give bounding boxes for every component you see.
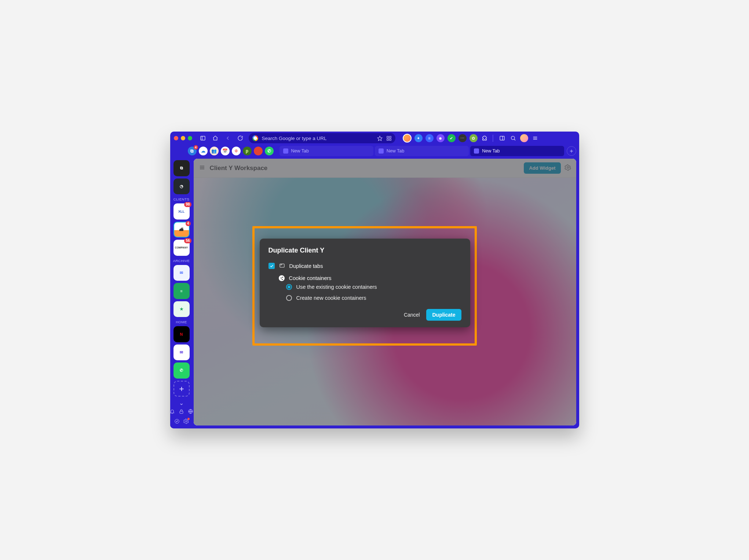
close-window-button[interactable] (174, 136, 178, 140)
modal-title: Duplicate Client Y (268, 247, 461, 254)
duplicate-modal: Duplicate Client Y Duplicate tabs Cookie… (260, 239, 470, 327)
sidebar-home-whatsapp[interactable]: ✆ (173, 362, 190, 379)
pinned-app-people[interactable]: 👥 (210, 147, 219, 155)
tabs-icon (279, 262, 285, 269)
duplicate-tabs-label: Duplicate tabs (289, 263, 323, 269)
radio-group: Use the existing cookie containers Creat… (286, 284, 461, 301)
compass-icon[interactable] (174, 419, 180, 425)
titlebar: Search Google or type a URL ✦ ≡ ☻ ✔ ⋯ ✿ … (170, 132, 579, 145)
sidebar-client-1[interactable]: XLL98 (173, 203, 190, 220)
globe-icon[interactable] (188, 409, 193, 416)
cookie-containers-label: Cookie containers (289, 275, 332, 281)
google-icon (252, 135, 258, 141)
sidebar-home-mail[interactable]: ✉ (173, 345, 190, 361)
svg-rect-23 (280, 264, 284, 267)
extensions-row: ✦ ≡ ☻ ✔ ⋯ ✿ │ (403, 134, 539, 143)
reload-icon[interactable] (236, 134, 244, 142)
tab-label: New Tab (291, 148, 309, 154)
chevron-down-icon[interactable]: ⌄ (179, 399, 184, 406)
ext-5[interactable]: ⋯ (458, 134, 467, 142)
badge: 4 (194, 145, 198, 150)
sidebar-client-2[interactable]: 🏙4 (173, 222, 190, 238)
sidebar-archive-star[interactable]: ★ (173, 301, 190, 317)
radio-use-existing[interactable]: Use the existing cookie containers (286, 284, 461, 290)
svg-rect-5 (387, 139, 388, 140)
search-icon[interactable] (509, 134, 517, 142)
sidebar-archive-feedly[interactable]: ≡ (173, 283, 190, 299)
star-icon[interactable] (377, 136, 383, 141)
sidebar-add-workspace[interactable]: ＋ (173, 381, 190, 397)
radio-checked-icon (286, 284, 292, 290)
sidebar-toggle-icon[interactable] (199, 134, 207, 142)
sidebar-client-3[interactable]: COMPANY56 (173, 240, 190, 256)
sidebar-archive-messenger[interactable]: ✉ (173, 265, 190, 281)
favicon (379, 148, 384, 154)
sidebar-section-clients: CLIENTS (173, 197, 190, 201)
ext-4[interactable]: ✔ (447, 134, 456, 142)
svg-rect-3 (387, 136, 388, 137)
ext-avatar[interactable] (403, 134, 412, 143)
settings-icon[interactable] (183, 419, 189, 425)
address-bar[interactable]: Search Google or type a URL (249, 133, 395, 143)
tab-label: New Tab (482, 148, 500, 154)
duplicate-button[interactable]: Duplicate (426, 309, 461, 321)
body: ⧉ ◔ CLIENTS XLL98 🏙4 COMPANY56 ARCHIVE ✉… (170, 159, 579, 428)
pinned-app-whatsapp[interactable]: ✆ (265, 147, 274, 155)
favicon (474, 148, 479, 154)
svg-rect-6 (389, 139, 391, 140)
radio-create-new[interactable]: Create new cookie containers (286, 295, 461, 301)
ext-2[interactable]: ≡ (425, 134, 434, 142)
bell-icon[interactable] (170, 409, 175, 416)
left-sidebar: ⧉ ◔ CLIENTS XLL98 🏙4 COMPANY56 ARCHIVE ✉… (170, 159, 193, 428)
tab-3[interactable]: New Tab (470, 146, 564, 156)
pinned-app-calendar[interactable]: 📅 (221, 147, 230, 155)
tab-1[interactable]: New Tab (279, 146, 373, 156)
menu-icon[interactable] (531, 134, 539, 142)
svg-rect-14 (180, 411, 183, 413)
new-tab-button[interactable]: ＋ (567, 146, 576, 156)
tabbar: ⧉4 ☁ 👥 📅 ⁜ p ✆ New Tab New Tab New Tab ＋ (170, 145, 579, 159)
pinned-app-vscode[interactable]: ⧉4 (188, 147, 197, 155)
svg-rect-0 (201, 136, 205, 140)
browser-window: Search Google or type a URL ✦ ≡ ☻ ✔ ⋯ ✿ … (170, 132, 579, 428)
minimize-window-button[interactable] (181, 136, 185, 140)
pinned-app-p[interactable]: p (243, 147, 252, 155)
pinned-app-todoist[interactable] (254, 147, 263, 155)
home-icon[interactable] (211, 134, 219, 142)
checkbox-checked-icon[interactable] (268, 263, 275, 269)
pinned-app-cloud[interactable]: ☁ (199, 147, 208, 155)
profile-avatar[interactable] (520, 134, 528, 142)
maximize-window-button[interactable] (188, 136, 192, 140)
pinned-apps: ⧉4 ☁ 👥 📅 ⁜ p ✆ (188, 147, 274, 155)
ext-6[interactable]: ✿ (470, 134, 478, 142)
duplicate-tabs-row[interactable]: Duplicate tabs (268, 262, 461, 269)
tabs: New Tab New Tab New Tab (279, 146, 565, 156)
svg-rect-4 (389, 136, 391, 137)
lock-icon[interactable] (179, 409, 184, 416)
sidebar-app-vscode[interactable]: ⧉ (173, 160, 190, 176)
svg-rect-7 (500, 136, 504, 140)
sidebar-footer (170, 409, 194, 425)
modal-buttons: Cancel Duplicate (268, 309, 461, 321)
svg-marker-2 (377, 136, 382, 141)
svg-point-9 (511, 136, 514, 140)
tab-label: New Tab (387, 148, 404, 154)
favicon (283, 148, 288, 154)
radio-unchecked-icon (286, 295, 292, 301)
ext-1[interactable]: ✦ (414, 134, 423, 142)
radio-label: Create new cookie containers (296, 295, 366, 301)
extensions-icon[interactable] (481, 134, 489, 142)
panel-icon[interactable] (498, 134, 506, 142)
content-area: Client Y Workspace Add Widget Duplicate … (194, 159, 576, 425)
ext-3[interactable]: ☻ (436, 134, 445, 142)
sidebar-home-netflix[interactable]: N (173, 326, 190, 342)
qr-icon[interactable] (386, 136, 392, 141)
sidebar-section-home: HOME (176, 320, 187, 324)
sidebar-app-github[interactable]: ◔ (173, 178, 190, 195)
tab-2[interactable]: New Tab (375, 146, 469, 156)
pinned-app-asana[interactable]: ⁜ (232, 147, 241, 155)
cancel-button[interactable]: Cancel (404, 312, 420, 318)
svg-marker-17 (176, 421, 178, 422)
address-placeholder: Search Google or type a URL (262, 136, 327, 141)
back-icon[interactable] (224, 134, 232, 142)
